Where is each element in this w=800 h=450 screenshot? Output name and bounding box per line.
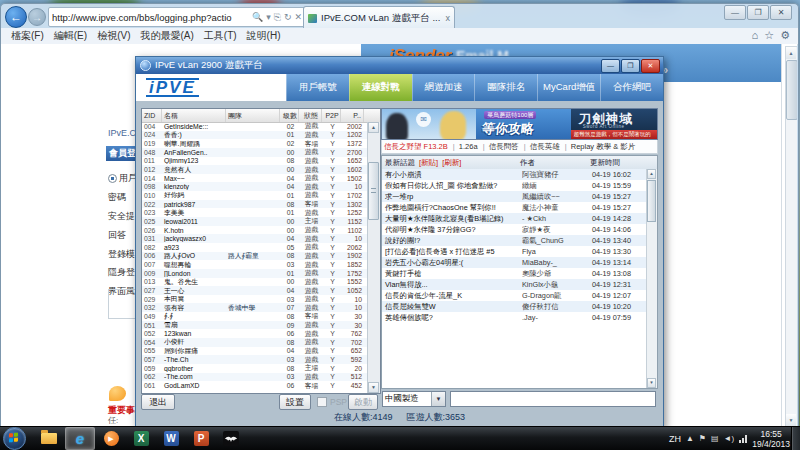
page-scroll-thumb[interactable] (786, 60, 797, 120)
app-close-button[interactable]: ✕ (641, 59, 660, 73)
nav-tab[interactable]: 網遊加速 (412, 74, 475, 101)
post-title[interactable]: [打信必看]信長奇遇 x 打信迷思 #5 (382, 247, 522, 257)
back-button[interactable]: ← (5, 6, 27, 28)
players-scroll-thumb[interactable] (368, 162, 379, 220)
post-title[interactable]: 信長的肯低少年-流星_K (382, 291, 522, 301)
stop-icon[interactable]: ✕ (294, 12, 302, 22)
radio-icon[interactable] (108, 174, 117, 183)
post-title[interactable]: 岩先五小心霸左04明星:( (382, 258, 522, 268)
forum-post-row[interactable]: 求一堆rp 風繼續吹~~ 04-19 15:27 (382, 191, 647, 202)
forum-link[interactable]: 信長問答 (489, 142, 526, 152)
taskbar-item-powerpoint[interactable]: P (187, 428, 215, 449)
search-icon[interactable]: 🔍 (252, 12, 263, 22)
post-title[interactable]: 作弊地圖橫行?ChaosOne 幫到你!! (382, 203, 522, 213)
language-indicator[interactable]: ZH (669, 434, 681, 444)
chat-input[interactable] (450, 391, 656, 407)
exit-button[interactable]: 退出 (141, 394, 175, 410)
players-scrollbar[interactable]: ▲ ▼ (367, 122, 380, 393)
forum-post-row[interactable]: [打信必看]信長奇遇 x 打信迷思 #5 Flya 04-19 13:30 (382, 246, 647, 257)
post-title[interactable]: 英雄傳個族呢? (382, 313, 522, 323)
forum-post-row[interactable]: 大量明★永伴隨敗北寢臭(看B場記錄) - ★Ckh 04-19 14:28 (382, 213, 647, 224)
psp-checkbox[interactable]: PSP (317, 397, 347, 407)
ad-banner-strip[interactable]: ✉ 菜鳥蘑菇特100層 等你攻略 刀劍神域 Sword Art Online 超… (381, 108, 658, 140)
post-title[interactable]: Vlan無得放... (382, 280, 522, 290)
forum-post-row[interactable]: 英雄傳個族呢? .Jay- 04-19 07:59 (382, 312, 647, 323)
forum-post-row[interactable]: Vlan無得放... KinGlx小龜 04-19 12:31 (382, 279, 647, 290)
post-title[interactable]: 有小小崩潰 (382, 170, 522, 180)
forum-post-row[interactable]: 信長屈綾無雙W 傻仔秋打信 04-19 10:20 (382, 301, 647, 312)
scroll-down-icon[interactable]: ▼ (647, 378, 656, 388)
minimize-button[interactable]: — (724, 5, 746, 20)
forum-post-row[interactable]: 信長的肯低少年-流星_K G-Dragon龍 04-19 12:07 (382, 290, 647, 301)
forum-post-row[interactable]: 說好的團!? 霸氣_ChunG 04-19 13:40 (382, 235, 647, 246)
menu-item[interactable]: 工具(T) (204, 29, 237, 43)
forum-link[interactable]: 信長英雄 (530, 142, 567, 152)
nav-tab[interactable]: 合作網吧 (600, 74, 663, 101)
caret-down-icon[interactable]: ▾ (266, 12, 271, 22)
post-title[interactable]: 說好的團!? (382, 236, 522, 246)
player-row[interactable]: 059 qqbrother 08 主場 Y 20 (142, 364, 368, 373)
taskbar-clock[interactable]: 16:55 19/4/2013 (752, 429, 790, 449)
player-row[interactable]: 026 K.hotn 00 遊戲 Y 1102 (142, 226, 368, 235)
scroll-down-icon[interactable]: ▼ (786, 414, 796, 426)
player-row[interactable]: 061 GodLamXD 06 客場 Y 452 (142, 381, 368, 390)
forward-button[interactable]: → (28, 8, 46, 26)
scroll-up-icon[interactable]: ▲ (786, 47, 796, 59)
url-text[interactable]: http://www.ipve.com/bbs/logging.php?acti… (52, 12, 249, 23)
scroll-up-icon[interactable]: ▲ (647, 169, 656, 179)
home-icon[interactable]: ⌂ (752, 29, 759, 42)
dropdown-caret-icon[interactable]: ▼ (431, 392, 445, 406)
player-row[interactable]: 012 竟然有人 00 遊戲 Y 1602 (142, 165, 368, 174)
post-title[interactable]: 黃鍵打手槍 (382, 269, 522, 279)
start-button[interactable]: 啟動 (348, 394, 378, 410)
post-title[interactable]: 假如有日你比人招_圖 你地會點做? (382, 181, 522, 191)
restore-button[interactable]: ❐ (747, 5, 769, 20)
menu-item[interactable]: 我的最愛(A) (140, 29, 193, 43)
checkbox-icon[interactable] (317, 397, 327, 407)
forum-link[interactable]: 1.26a (459, 142, 485, 151)
player-row[interactable]: 048 AnFallenGen.. 00 遊戲 Y 2700 (142, 148, 368, 157)
close-button[interactable]: ✕ (770, 5, 792, 20)
app-title-bar[interactable]: IPvE vLan 2900 遊戲平台 — ❐ ✕ (136, 57, 663, 74)
col-team[interactable]: 團隊 (226, 109, 280, 122)
signal-bars-icon[interactable] (739, 435, 747, 443)
post-title[interactable]: 求一堆rp (382, 192, 522, 202)
region-dropdown[interactable]: 中國製造 ▼ (382, 391, 446, 407)
scroll-down-icon[interactable]: ▼ (368, 382, 379, 393)
player-row[interactable]: 014 Max~~ 04 遊戲 Y 1502 (142, 174, 368, 183)
player-row[interactable]: 023 李美美 01 遊戲 Y 1252 (142, 208, 368, 217)
new-post-link[interactable]: [新貼] (419, 158, 438, 168)
refresh-icon[interactable]: ↻ (284, 12, 292, 22)
app-maximize-button[interactable]: ❐ (621, 59, 640, 73)
forum-post-row[interactable]: 作弊地圖橫行?ChaosOne 幫到你!! 魔法小神童 04-19 15:27 (382, 202, 647, 213)
player-row[interactable]: 031 jackyqwaszx0 04 遊戲 Y 10 (142, 234, 368, 243)
settings-button[interactable]: 設置 (279, 394, 311, 410)
hidden-icons-arrow[interactable]: ▲ (686, 434, 694, 443)
tab-close-icon[interactable]: x (446, 13, 451, 23)
speaker-icon[interactable]: ◄) (724, 434, 735, 443)
col-ping[interactable]: P.. (341, 109, 364, 122)
start-button[interactable] (3, 427, 26, 450)
tools-gear-icon[interactable]: ⚙ (780, 29, 790, 42)
browser-tab[interactable]: IPvE.COM vLan 遊戲平台 ... x (303, 6, 455, 29)
refresh-link[interactable]: [刷新] (442, 158, 461, 168)
player-row[interactable]: 019 喇華.周耀踽 02 客場 Y 1372 (142, 139, 368, 148)
forum-header-time[interactable]: 更新時間 (590, 158, 646, 168)
nav-tab[interactable]: 團隊排名 (474, 74, 537, 101)
forum-post-row[interactable]: 有小小崩潰 阿強寶豬仔 04-19 16:02 (382, 169, 647, 180)
player-row[interactable]: 010 好你妈 01 遊戲 Y 1702 (142, 191, 368, 200)
player-row[interactable]: 025 leowai2011 00 主場 Y 1152 (142, 217, 368, 226)
forum-post-row[interactable]: 假如有日你比人招_圖 你地會點做? 緻緬 04-19 15:59 (382, 180, 647, 191)
taskbar-item-media-player[interactable]: ▶ (97, 428, 125, 449)
taskbar-item-word[interactable]: W (157, 428, 185, 449)
col-zid[interactable]: ZID (142, 109, 162, 122)
nav-tab[interactable]: MyCard增值 (537, 74, 600, 101)
forum-link[interactable]: 信長之野望 F13.2B (384, 142, 455, 152)
player-row[interactable]: 007 噬想再輪 03 遊戲 Y 1852 (142, 260, 368, 269)
nav-tab[interactable]: 連線對戰 (349, 74, 412, 101)
forum-post-row[interactable]: 代卻明★永伴隆 37分鐘GG? 寂靜★夜 04-19 14:06 (382, 224, 647, 235)
menu-item[interactable]: 檔案(F) (11, 29, 44, 43)
col-level[interactable]: 級數 (280, 109, 299, 122)
forum-post-row[interactable]: 岩先五小心霸左04明星:( MiaBaby-_ 04-19 13:14 (382, 257, 647, 268)
nav-tab[interactable]: 用戶帳號 (286, 74, 349, 101)
